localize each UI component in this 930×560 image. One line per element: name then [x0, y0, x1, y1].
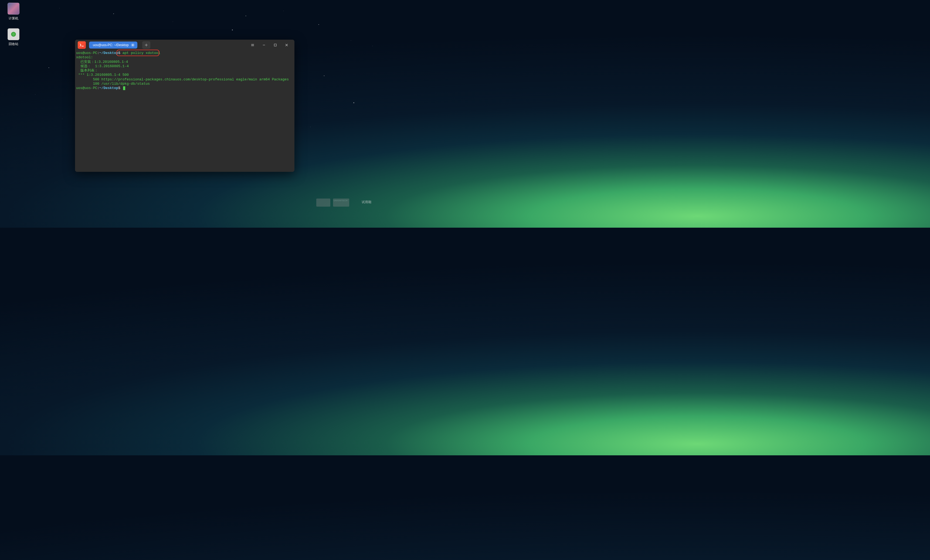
- terminal-tab[interactable]: uos@uos-PC: ~/Desktop: [89, 42, 137, 49]
- desktop-icon-computer[interactable]: 计算机: [5, 3, 22, 21]
- watermark: UNIONTECH: [316, 198, 349, 207]
- command-text: apt policy xdotool: [123, 51, 160, 55]
- tab-close-button[interactable]: [131, 43, 135, 47]
- output-line: xdotool:: [76, 55, 93, 59]
- prompt-user: uos: [76, 51, 82, 55]
- tab-title: uos@uos-PC: ~/Desktop: [93, 43, 129, 47]
- maximize-icon: [273, 43, 277, 47]
- prompt-user: uos: [76, 86, 82, 90]
- menu-button[interactable]: [247, 40, 258, 51]
- maximize-button[interactable]: [269, 40, 281, 51]
- svg-rect-9: [274, 44, 276, 46]
- watermark-brand: UNIONTECH: [334, 199, 348, 202]
- window-controls: [247, 40, 292, 51]
- close-icon: [285, 43, 288, 47]
- output-line: 500 https://professional-packages.chinau…: [76, 77, 289, 82]
- output-line: *** 1:3.20160805.1-4 500: [76, 73, 129, 77]
- prompt-path: ~/Desktop: [99, 51, 118, 55]
- prompt-host: uos-PC: [85, 86, 97, 90]
- cursor: [123, 86, 125, 90]
- new-tab-button[interactable]: [142, 41, 150, 49]
- trash-icon: [8, 28, 19, 40]
- terminal-window: uos@uos-PC: ~/Desktop uos@uos-PC:~/Deskt…: [75, 40, 294, 172]
- watermark-key: UNIONTECH: [333, 198, 349, 207]
- prompt-host: uos-PC: [85, 51, 97, 55]
- titlebar[interactable]: uos@uos-PC: ~/Desktop: [75, 40, 294, 51]
- plus-icon: [145, 43, 148, 47]
- minimize-button[interactable]: [258, 40, 269, 51]
- desktop-icon-label: 计算机: [9, 16, 18, 21]
- output-line: 候选： 1:3.20160805.1-4: [76, 64, 129, 68]
- hamburger-icon: [251, 43, 254, 47]
- minimize-icon: [262, 43, 266, 47]
- output-line: 版本列表：: [76, 69, 98, 72]
- close-icon: [132, 44, 134, 46]
- terminal-app-icon: [78, 41, 86, 49]
- output-line: 100 /usr/lib/dpkg-db/status: [76, 82, 150, 86]
- terminal-body[interactable]: uos@uos-PC:~/Desktop$ apt policy xdotool…: [75, 51, 294, 172]
- computer-icon: [8, 3, 19, 15]
- desktop-icon-label: 回收站: [9, 42, 18, 46]
- desktop-icon-trash[interactable]: 回收站: [5, 28, 22, 46]
- trial-label: 试用期: [362, 200, 371, 205]
- prompt-path: ~/Desktop: [99, 86, 118, 90]
- desktop-icons: 计算机 回收站: [5, 3, 22, 54]
- output-line: 已安装：1:3.20160805.1-4: [76, 60, 128, 64]
- close-button[interactable]: [281, 40, 292, 51]
- watermark-key: [316, 198, 330, 207]
